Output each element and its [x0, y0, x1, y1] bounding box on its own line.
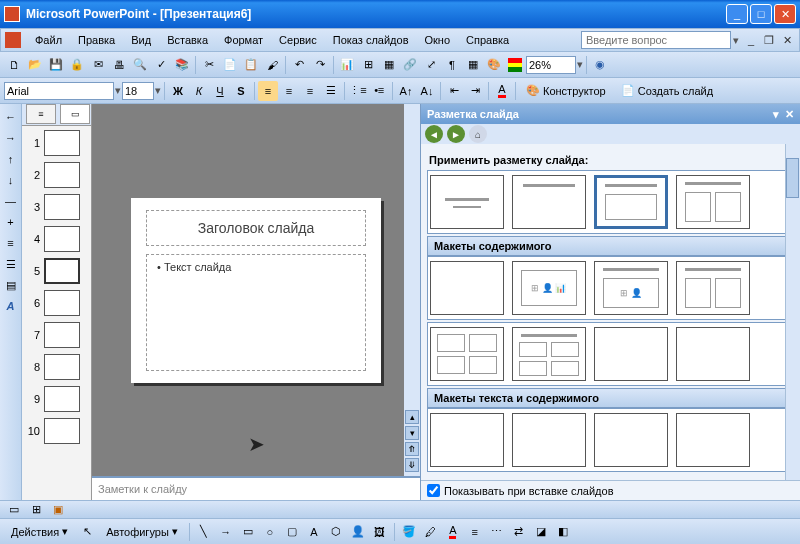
- sorter-view-icon[interactable]: ⊞: [26, 500, 46, 520]
- line-color-icon[interactable]: 🖊: [421, 522, 441, 542]
- layout-two-content2[interactable]: [676, 261, 750, 315]
- font-shrink-icon[interactable]: A↓: [417, 81, 437, 101]
- mdi-close[interactable]: ✕: [779, 33, 795, 47]
- decrease-indent-icon[interactable]: ⇤: [444, 81, 464, 101]
- size-combo[interactable]: [122, 82, 154, 100]
- underline-icon[interactable]: Ч: [210, 81, 230, 101]
- italic-icon[interactable]: К: [189, 81, 209, 101]
- shadow-icon[interactable]: S: [231, 81, 251, 101]
- tab-slides[interactable]: ▭: [60, 104, 90, 124]
- menu-edit[interactable]: Правка: [70, 32, 123, 48]
- menu-insert[interactable]: Вставка: [159, 32, 216, 48]
- scroll-up-icon[interactable]: ▴: [405, 410, 419, 424]
- expand-icon[interactable]: ⤢: [421, 55, 441, 75]
- wordart-icon[interactable]: A: [304, 522, 324, 542]
- arrow-down-icon[interactable]: ↓: [2, 171, 20, 189]
- designer-button[interactable]: 🎨 Конструктор: [519, 81, 613, 101]
- mdi-minimize[interactable]: _: [743, 33, 759, 47]
- layout-tc-d[interactable]: [676, 413, 750, 467]
- numbering-icon[interactable]: ⋮≡: [348, 81, 368, 101]
- undo-icon[interactable]: ↶: [289, 55, 309, 75]
- font-combo[interactable]: [4, 82, 114, 100]
- next-slide-icon[interactable]: ⤋: [405, 458, 419, 472]
- collapse-all-icon[interactable]: ≡: [2, 234, 20, 252]
- minimize-button[interactable]: _: [726, 4, 748, 24]
- preview-icon[interactable]: 🔍: [130, 55, 150, 75]
- spell-icon[interactable]: ✓: [151, 55, 171, 75]
- textbox-icon[interactable]: ▢: [282, 522, 302, 542]
- shadow-style-icon[interactable]: ◪: [531, 522, 551, 542]
- thumbnail-1[interactable]: 1: [24, 130, 89, 156]
- layout-tc-b[interactable]: [512, 413, 586, 467]
- autoshapes-menu[interactable]: Автофигуры ▾: [99, 522, 185, 542]
- bullets-icon[interactable]: ⦁≡: [369, 81, 389, 101]
- thumbnail-4[interactable]: 4: [24, 226, 89, 252]
- show-formatting-icon[interactable]: ¶: [442, 55, 462, 75]
- font-dropdown-icon[interactable]: ▾: [115, 84, 121, 97]
- layout-title-slide[interactable]: [430, 175, 504, 229]
- menu-slideshow[interactable]: Показ слайдов: [325, 32, 417, 48]
- normal-view-icon[interactable]: ▭: [4, 500, 24, 520]
- oval-icon[interactable]: ○: [260, 522, 280, 542]
- redo-icon[interactable]: ↷: [310, 55, 330, 75]
- actions-menu[interactable]: Действия ▾: [4, 522, 75, 542]
- title-placeholder[interactable]: Заголовок слайда: [146, 210, 366, 246]
- save-icon[interactable]: 💾: [46, 55, 66, 75]
- distribute-icon[interactable]: ☰: [321, 81, 341, 101]
- permission-icon[interactable]: 🔒: [67, 55, 87, 75]
- slideshow-view-icon[interactable]: ▣: [48, 500, 68, 520]
- notes-pane[interactable]: Заметки к слайду: [92, 476, 420, 500]
- layout-content[interactable]: ⊞ 👤 📊: [512, 261, 586, 315]
- new-icon[interactable]: 🗋: [4, 55, 24, 75]
- thumbnail-9[interactable]: 9: [24, 386, 89, 412]
- arrow-right-icon[interactable]: →: [2, 129, 20, 147]
- layout-4content-b[interactable]: [512, 327, 586, 381]
- arrow-up-icon[interactable]: ↑: [2, 150, 20, 168]
- cut-icon[interactable]: ✂: [199, 55, 219, 75]
- table-icon[interactable]: ⊞: [358, 55, 378, 75]
- open-icon[interactable]: 📂: [25, 55, 45, 75]
- mdi-restore[interactable]: ❐: [761, 33, 777, 47]
- task-pane-close-icon[interactable]: ✕: [785, 108, 794, 121]
- tables-borders-icon[interactable]: ▦: [379, 55, 399, 75]
- expand-icon[interactable]: +: [2, 213, 20, 231]
- flag-icon[interactable]: [505, 55, 525, 75]
- format-painter-icon[interactable]: 🖌: [262, 55, 282, 75]
- mail-icon[interactable]: ✉: [88, 55, 108, 75]
- collapse-icon[interactable]: —: [2, 192, 20, 210]
- layout-4content-d[interactable]: [676, 327, 750, 381]
- menu-file[interactable]: Файл: [27, 32, 70, 48]
- paste-icon[interactable]: 📋: [241, 55, 261, 75]
- thumbnail-2[interactable]: 2: [24, 162, 89, 188]
- font-grow-icon[interactable]: A↑: [396, 81, 416, 101]
- prev-slide-icon[interactable]: ⤊: [405, 442, 419, 456]
- arrow-icon[interactable]: →: [216, 522, 236, 542]
- font-color-icon[interactable]: A: [492, 81, 512, 101]
- layout-4content-a[interactable]: [430, 327, 504, 381]
- thumbnail-10[interactable]: 10: [24, 418, 89, 444]
- menu-service[interactable]: Сервис: [271, 32, 325, 48]
- select-icon[interactable]: ↖: [77, 522, 97, 542]
- grid-icon[interactable]: ▦: [463, 55, 483, 75]
- align-left-icon[interactable]: ≡: [258, 81, 278, 101]
- menu-view[interactable]: Вид: [123, 32, 159, 48]
- help-input[interactable]: [581, 31, 731, 49]
- tab-outline[interactable]: ≡: [26, 104, 56, 124]
- layout-title-only[interactable]: [512, 175, 586, 229]
- show-on-insert-checkbox[interactable]: [427, 484, 440, 497]
- size-dropdown-icon[interactable]: ▾: [155, 84, 161, 97]
- show-format-icon[interactable]: A: [2, 297, 20, 315]
- clipart-icon[interactable]: 👤: [348, 522, 368, 542]
- diagram-icon[interactable]: ⬡: [326, 522, 346, 542]
- help-icon[interactable]: ◉: [590, 55, 610, 75]
- print-icon[interactable]: 🖶: [109, 55, 129, 75]
- hyperlink-icon[interactable]: 🔗: [400, 55, 420, 75]
- task-pane-menu-icon[interactable]: ▾: [773, 108, 779, 121]
- help-dropdown-icon[interactable]: ▾: [733, 34, 739, 47]
- new-slide-button[interactable]: 📄 Создать слайд: [614, 81, 720, 101]
- layout-4content-c[interactable]: [594, 327, 668, 381]
- 3d-icon[interactable]: ◧: [553, 522, 573, 542]
- copy-icon[interactable]: 📄: [220, 55, 240, 75]
- align-center-icon[interactable]: ≡: [279, 81, 299, 101]
- color-icon[interactable]: 🎨: [484, 55, 504, 75]
